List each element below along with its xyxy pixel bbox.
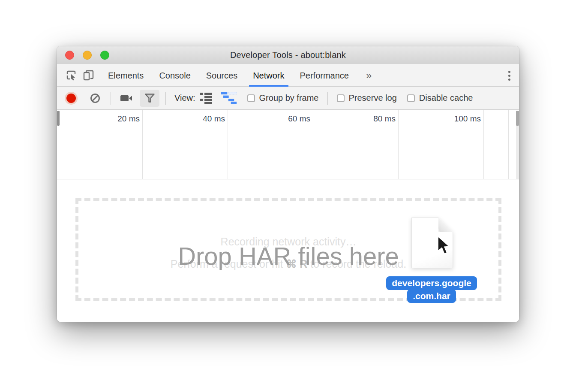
divider xyxy=(111,92,111,105)
file-fold-corner xyxy=(438,218,453,232)
mouse-cursor-icon xyxy=(436,235,451,257)
gridline xyxy=(508,110,509,179)
tab-elements[interactable]: Elements xyxy=(100,65,151,87)
tick-label-40ms: 40 ms xyxy=(203,114,225,124)
clear-icon[interactable] xyxy=(90,94,100,103)
filter-funnel-icon xyxy=(144,93,155,103)
timeline-overview[interactable]: 20 ms 40 ms 60 ms 80 ms 100 ms xyxy=(57,110,519,179)
drag-file-label[interactable]: developers.google .com.har xyxy=(379,276,484,303)
drag-file-label-line1: developers.google xyxy=(386,276,477,290)
view-label: View: xyxy=(174,93,195,103)
inspect-element-icon[interactable] xyxy=(64,68,78,83)
camera-icon[interactable] xyxy=(120,94,133,103)
record-icon[interactable] xyxy=(66,94,76,103)
group-by-frame-label: Group by frame xyxy=(259,93,319,103)
devtools-window: Developer Tools - about:blank xyxy=(57,46,519,322)
gridline xyxy=(313,110,313,179)
tab-performance[interactable]: Performance xyxy=(292,65,357,87)
tick-label-20ms: 20 ms xyxy=(117,114,140,124)
gridline xyxy=(142,110,143,179)
tab-bar: Elements Console Sources Network Perform… xyxy=(57,65,519,87)
tab-network[interactable]: Network xyxy=(245,65,292,87)
disable-cache-checkbox[interactable] xyxy=(407,94,415,102)
gridline xyxy=(483,110,484,179)
filter-button[interactable] xyxy=(140,90,159,107)
preserve-log-label: Preserve log xyxy=(349,93,397,103)
kebab-menu-icon[interactable] xyxy=(499,68,519,83)
page-background: Developer Tools - about:blank xyxy=(0,0,588,381)
titlebar[interactable]: Developer Tools - about:blank xyxy=(57,46,519,64)
more-tabs-chevron-icon[interactable]: » xyxy=(362,70,376,82)
tab-sources[interactable]: Sources xyxy=(198,65,245,87)
gridline xyxy=(228,110,228,179)
gridline xyxy=(398,110,399,179)
tab-console[interactable]: Console xyxy=(151,65,198,87)
waterfall-icon[interactable] xyxy=(221,92,237,104)
device-toolbar-icon[interactable] xyxy=(81,68,96,83)
disable-cache-label: Disable cache xyxy=(419,93,473,103)
divider xyxy=(165,92,166,105)
window-title: Developer Tools - about:blank xyxy=(57,50,519,60)
list-rows-icon[interactable] xyxy=(200,92,212,104)
tick-label-60ms: 60 ms xyxy=(288,114,310,124)
divider xyxy=(327,92,328,105)
network-toolbar: View: xyxy=(57,87,519,110)
tick-label-100ms: 100 ms xyxy=(454,114,481,124)
left-scrollbar-thumb[interactable] xyxy=(57,111,60,126)
group-by-frame-checkbox[interactable] xyxy=(247,94,255,102)
preserve-log-checkbox[interactable] xyxy=(337,94,345,102)
tick-label-80ms: 80 ms xyxy=(373,114,396,124)
drag-file-label-line2: .com.har xyxy=(407,289,456,303)
right-scrollbar-thumb[interactable] xyxy=(516,111,519,126)
